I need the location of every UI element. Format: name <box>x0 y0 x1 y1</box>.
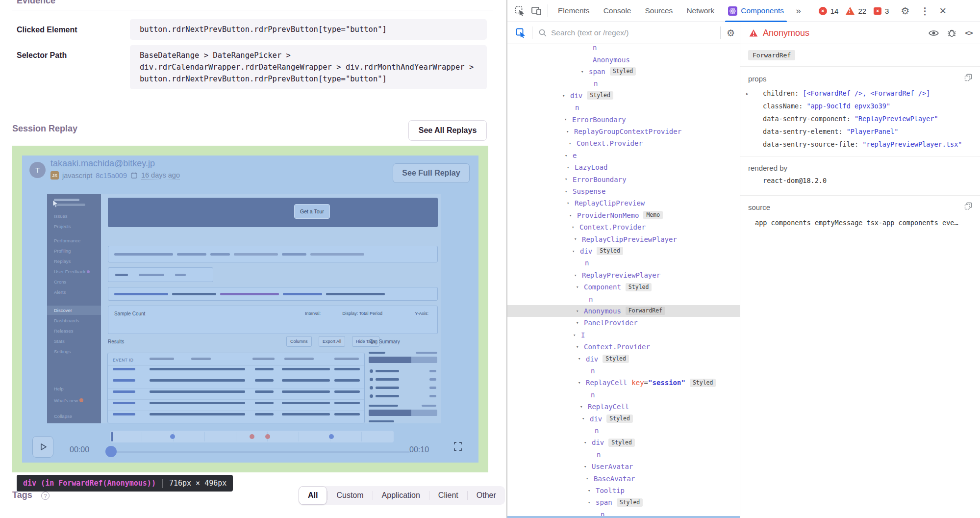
expand-arrow-icon[interactable]: ▾ <box>566 129 569 134</box>
expand-arrow-icon[interactable]: ▾ <box>569 141 571 146</box>
prop-row-data-sentry-component[interactable]: data-sentry-component: "ReplayPreviewPla… <box>763 115 977 128</box>
expand-arrow-icon[interactable]: ▾ <box>588 500 590 505</box>
tree-row-div[interactable]: ▾divStyled <box>507 245 740 257</box>
see-all-replays-button[interactable]: See All Replays <box>408 120 487 141</box>
play-button[interactable] <box>32 436 53 458</box>
tree-row-component[interactable]: ▾ComponentStyled <box>507 281 740 293</box>
expand-arrow-icon[interactable]: ▾ <box>572 249 575 254</box>
expand-arrow-icon[interactable]: ▾ <box>576 285 578 289</box>
tree-row-n[interactable]: n <box>507 365 740 377</box>
tree-row-replaygroupcontextprovider[interactable]: ▾ReplayGroupContextProvider <box>507 126 740 137</box>
tab-components[interactable]: Components <box>721 0 791 22</box>
tree-row-context.provider[interactable]: ▾Context.Provider <box>507 137 740 149</box>
expand-arrow-icon[interactable]: ▾ <box>572 225 574 230</box>
more-tabs-chevron[interactable]: » <box>791 5 806 16</box>
tab-elements[interactable]: Elements <box>551 0 597 22</box>
tree-row-useravatar[interactable]: ▾UserAvatar <box>507 461 740 472</box>
replay-event-timeline[interactable] <box>110 431 394 442</box>
tree-row-errorboundary[interactable]: ▾ErrorBoundary <box>507 173 740 185</box>
tree-row-anonymous[interactable]: ▾AnonymousForwardRef <box>507 305 740 317</box>
tree-row-div[interactable]: ▾divStyled <box>507 437 740 448</box>
expand-arrow-icon[interactable]: ▾ <box>581 69 583 74</box>
tree-row-n[interactable]: n <box>507 44 740 53</box>
tree-row-replaycell[interactable]: ▾ReplayCell <box>507 401 740 413</box>
component-search-input[interactable] <box>551 28 714 37</box>
tree-row-panelprovider[interactable]: ▾PanelProvider <box>507 317 740 329</box>
tree-row-div[interactable]: ▾divStyled <box>507 413 740 424</box>
expand-arrow-icon[interactable]: ▾ <box>582 416 584 421</box>
expand-arrow-icon[interactable]: ▾ <box>584 464 586 469</box>
see-full-replay-button[interactable]: See Full Replay <box>393 163 470 183</box>
fullscreen-button[interactable] <box>450 438 466 455</box>
view-source-icon[interactable]: <> <box>965 29 973 37</box>
expand-prop-icon[interactable]: ▸ <box>746 91 749 96</box>
expand-arrow-icon[interactable]: ▾ <box>576 309 578 313</box>
tag-tab-custom[interactable]: Custom <box>327 486 372 505</box>
tree-row-replaypreviewplayer[interactable]: ▾ReplayPreviewPlayer <box>507 269 740 281</box>
rendered-by-value[interactable]: react-dom@18.2.0 <box>763 177 975 184</box>
tag-tab-all[interactable]: All <box>299 486 327 505</box>
tree-row-n[interactable]: n <box>507 293 740 305</box>
tab-network[interactable]: Network <box>679 0 721 22</box>
replay-id-link[interactable]: 8c15a009 <box>96 172 127 180</box>
expand-arrow-icon[interactable]: ▾ <box>576 320 578 325</box>
expand-arrow-icon[interactable]: ▾ <box>564 117 567 122</box>
prop-row-data-sentry-element[interactable]: data-sentry-element: "PlayerPanel" <box>763 128 977 140</box>
expand-arrow-icon[interactable]: ▾ <box>565 177 567 181</box>
device-toolbar-icon[interactable] <box>528 2 545 19</box>
tree-row-n[interactable]: n <box>507 257 740 269</box>
devtools-settings-icon[interactable]: ⚙ <box>901 5 909 17</box>
tree-row-context.provider[interactable]: ▾Context.Provider <box>507 341 740 353</box>
tree-row-replayclippreviewplayer[interactable]: ▾ReplayClipPreviewPlayer <box>507 233 740 245</box>
expand-arrow-icon[interactable]: ▾ <box>565 153 567 158</box>
tree-row-n[interactable]: n <box>507 389 740 401</box>
tree-row-replayclippreview[interactable]: ▾ReplayClipPreview <box>507 197 740 209</box>
copy-props-icon[interactable] <box>964 74 972 83</box>
expand-arrow-icon[interactable]: ▾ <box>574 236 577 241</box>
prop-row-children[interactable]: children: [<ForwardRef />, <ForwardRef /… <box>763 89 977 102</box>
tag-tab-client[interactable]: Client <box>429 486 467 505</box>
tag-tab-other[interactable]: Other <box>468 486 505 505</box>
select-component-icon[interactable] <box>515 27 526 38</box>
tree-row-providernonmemo[interactable]: ▾ProviderNonMemoMemo <box>507 209 740 221</box>
expand-arrow-icon[interactable]: ▾ <box>574 273 577 278</box>
expand-arrow-icon[interactable]: ▾ <box>573 333 576 337</box>
prop-row-data-sentry-source-file[interactable]: data-sentry-source-file: "replayPreviewP… <box>763 140 977 153</box>
tab-console[interactable]: Console <box>597 0 638 22</box>
tree-row-n[interactable]: n <box>507 78 740 89</box>
inspect-dom-eye-icon[interactable] <box>929 29 939 37</box>
console-status-badges[interactable]: × 14 ! 22 × 3 <box>819 7 893 15</box>
copy-source-icon[interactable] <box>964 202 972 212</box>
tree-row-e[interactable]: ▾e <box>507 150 740 161</box>
debug-bug-icon[interactable] <box>948 28 956 37</box>
tree-row-anonymous[interactable]: Anonymous <box>507 53 740 65</box>
devtools-menu-icon[interactable]: ⋮ <box>920 5 930 17</box>
replay-user-email[interactable]: takaaki.machida@bitkey.jp <box>50 158 155 169</box>
expand-arrow-icon[interactable]: ▾ <box>565 189 567 194</box>
tree-row-n[interactable]: n <box>507 425 740 437</box>
tree-row-span[interactable]: ▾spanStyled <box>507 66 740 78</box>
tree-row-tooltip[interactable]: ▾Tooltip <box>507 485 740 496</box>
tag-tab-application[interactable]: Application <box>373 486 429 505</box>
tree-row-span[interactable]: ▾spanStyled <box>507 496 740 508</box>
tree-row-n[interactable]: n <box>507 449 740 461</box>
tree-row-lazyload[interactable]: ▾LazyLoad <box>507 161 740 173</box>
inspect-element-icon[interactable] <box>511 2 528 19</box>
progress-knob[interactable] <box>105 446 117 457</box>
tree-horizontal-scrollbar[interactable] <box>507 516 740 518</box>
prop-row-className[interactable]: className: "app-9oclfd epvx3o39" <box>763 102 977 115</box>
replay-preview-player[interactable]: T takaaki.machida@bitkey.jp JS javascrip… <box>22 155 478 463</box>
expand-arrow-icon[interactable]: ▾ <box>586 476 588 481</box>
expand-arrow-icon[interactable]: ▾ <box>576 344 578 349</box>
expand-arrow-icon[interactable]: ▾ <box>578 356 580 361</box>
expand-arrow-icon[interactable]: ▾ <box>584 440 586 445</box>
tree-row-n[interactable]: n <box>507 102 740 113</box>
expand-arrow-icon[interactable]: ▾ <box>569 213 572 218</box>
expand-arrow-icon[interactable]: ▾ <box>588 488 590 493</box>
progress-track[interactable] <box>109 451 410 453</box>
expand-arrow-icon[interactable]: ▾ <box>578 380 580 385</box>
expand-arrow-icon[interactable]: ▾ <box>580 404 582 409</box>
tags-help-icon[interactable]: ? <box>41 492 50 500</box>
tree-row-context.provider[interactable]: ▾Context.Provider <box>507 221 740 233</box>
tree-row-errorboundary[interactable]: ▾ErrorBoundary <box>507 113 740 125</box>
